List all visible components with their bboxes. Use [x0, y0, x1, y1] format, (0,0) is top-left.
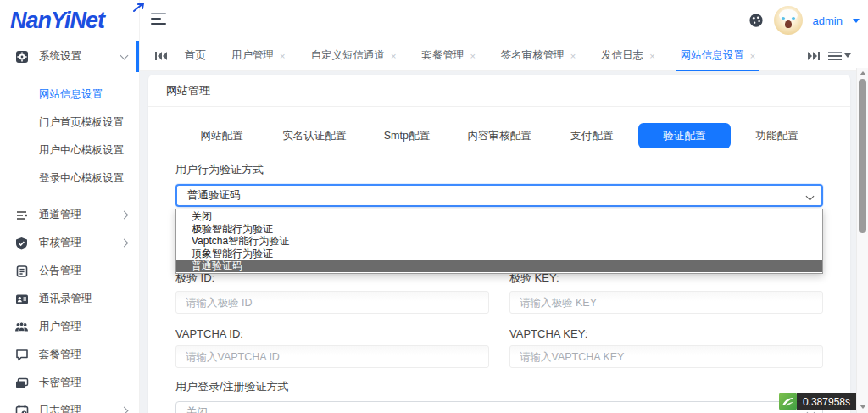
tab-label: 自定义短信通道 [310, 48, 385, 63]
tab-options-menu-icon[interactable] [828, 51, 851, 61]
chevron-right-icon [120, 239, 129, 248]
tab-website-info-settings[interactable]: 网站信息设置 × [668, 41, 768, 71]
config-tab-features[interactable]: 功能配置 [731, 123, 823, 148]
calendar-log-icon [14, 404, 29, 413]
sidebar-item-package-management[interactable]: 套餐管理 [0, 341, 139, 369]
channel-lines-icon [14, 208, 29, 222]
config-tab-verification[interactable]: 验证配置 [638, 123, 731, 148]
tab-user-management[interactable]: 用户管理 × [219, 41, 298, 71]
tab-label: 发信日志 [601, 48, 643, 63]
top-header: NanYiNet admin [0, 0, 868, 41]
logo-arrow-icon [132, 1, 146, 13]
debug-toolbar: 0.387958s [779, 393, 856, 410]
tab-home[interactable]: 首页 [172, 41, 219, 71]
dropdown-option-dingxiang[interactable]: 顶象智能行为验证 [176, 248, 822, 260]
sidebar-item-portal-template[interactable]: 门户首页模板设置 [0, 109, 139, 137]
config-tabs: 网站配置 实名认证配置 Smtp配置 内容审核配置 支付配置 验证配置 功能配置 [175, 123, 823, 148]
select-value: 普通验证码 [187, 188, 241, 203]
dropdown-option-normal-captcha[interactable]: 普通验证码 [176, 260, 822, 272]
thinkphp-debug-icon[interactable] [779, 393, 797, 410]
sidebar-item-logincenter-template[interactable]: 登录中心模板设置 [0, 165, 139, 193]
tab-signature-audit[interactable]: 签名审核管理 × [488, 41, 588, 71]
vaptcha-id-label: VAPTCHA ID: [175, 327, 489, 340]
sidebar-item-user-management[interactable]: 用户管理 [0, 313, 139, 341]
sidebar-item-label: 套餐管理 [39, 348, 81, 362]
chevron-right-icon [120, 211, 129, 220]
sidebar-item-website-info-settings[interactable]: 网站信息设置 [0, 81, 139, 109]
user-caret-icon[interactable] [853, 19, 860, 23]
dropdown-option-geetest[interactable]: 极验智能行为验证 [176, 223, 822, 236]
chevron-right-icon [120, 407, 129, 413]
sidebar-item-label: 卡密管理 [39, 376, 81, 390]
dropdown-option-off[interactable]: 关闭 [176, 210, 822, 223]
theme-palette-icon[interactable] [748, 13, 764, 28]
cards-icon [14, 376, 29, 390]
sidebar-item-contacts-management[interactable]: 通讯录管理 [0, 285, 139, 313]
sidebar-group-label: 日志管理 [39, 404, 81, 413]
user-avatar[interactable] [774, 6, 803, 35]
vaptcha-key-input[interactable] [509, 345, 823, 368]
sidebar-item-label: 用户管理 [39, 320, 81, 334]
scrollbar-thumb[interactable] [859, 79, 866, 233]
collapse-menu-icon[interactable] [151, 13, 166, 26]
sidebar-group-system-settings[interactable]: 系统设置 [0, 41, 139, 72]
username-dropdown[interactable]: admin [813, 14, 843, 27]
brand-logo: NanYiNet [10, 8, 109, 34]
verification-config-form: 用户行为验证方式 普通验证码 关闭 极验智能行为验证 Vaptcha智能行为验证… [148, 148, 850, 413]
geetest-key-input[interactable] [509, 291, 823, 314]
tab-label: 首页 [185, 48, 206, 63]
scroll-tabs-left-icon[interactable] [153, 50, 169, 62]
tab-label: 签名审核管理 [501, 48, 565, 63]
config-tab-payment[interactable]: 支付配置 [546, 123, 638, 148]
app-window: NanYiNet admin 系统设 [0, 0, 868, 413]
gear-icon [14, 49, 29, 64]
page-load-time: 0.387958s [797, 393, 856, 410]
dropdown-option-vaptcha[interactable]: Vaptcha智能行为验证 [176, 235, 822, 248]
login-verification-label: 用户登录/注册验证方式 [175, 379, 823, 394]
behavior-verification-dropdown: 关闭 极验智能行为验证 Vaptcha智能行为验证 顶象智能行为验证 普通验证码 [175, 209, 823, 274]
behavior-verification-label: 用户行为验证方式 [175, 162, 823, 177]
sidebar-group-audit-management[interactable]: 审核管理 [0, 229, 139, 257]
chevron-down-icon [120, 51, 129, 59]
config-tab-website[interactable]: 网站配置 [175, 123, 268, 148]
vaptcha-id-input[interactable] [175, 345, 489, 368]
chat-bubble-icon [14, 348, 29, 362]
tab-label: 套餐管理 [421, 48, 464, 63]
sidebar-item-cardkey-management[interactable]: 卡密管理 [0, 369, 139, 397]
sidebar-item-usercenter-template[interactable]: 用户中心模板设置 [0, 137, 139, 165]
scroll-tabs-right-icon[interactable] [806, 50, 821, 62]
scrollbar-down-arrow-icon[interactable] [860, 405, 866, 409]
scrollbar-up-arrow-icon[interactable] [860, 71, 866, 75]
sidebar-item-label: 公告管理 [39, 264, 81, 278]
logo-area: NanYiNet [0, 0, 140, 41]
close-tab-icon[interactable]: × [750, 51, 755, 61]
login-verification-select[interactable]: 关闭 [175, 401, 823, 413]
chevron-down-icon [806, 193, 815, 201]
close-tab-icon[interactable]: × [470, 51, 475, 61]
close-tab-icon[interactable]: × [649, 51, 654, 61]
close-tab-icon[interactable]: × [570, 51, 576, 61]
close-tab-icon[interactable]: × [280, 51, 285, 61]
sidebar: 系统设置 网站信息设置 门户首页模板设置 用户中心模板设置 登录中心模板设置 通… [0, 41, 140, 413]
behavior-verification-select[interactable]: 普通验证码 [175, 184, 823, 207]
config-tab-smtp[interactable]: Smtp配置 [360, 123, 453, 148]
vertical-scrollbar[interactable] [856, 68, 868, 413]
sidebar-group-label: 通道管理 [39, 208, 81, 222]
announcement-doc-icon [14, 264, 29, 278]
geetest-id-input[interactable] [175, 291, 489, 314]
sidebar-item-label: 通讯录管理 [39, 292, 92, 306]
tab-package-management[interactable]: 套餐管理 × [409, 41, 487, 71]
tab-custom-sms-channel[interactable]: 自定义短信通道 × [298, 41, 409, 71]
vaptcha-key-label: VAPTCHA KEY: [509, 327, 823, 340]
close-tab-icon[interactable]: × [391, 51, 396, 61]
sidebar-group-label: 审核管理 [39, 236, 81, 250]
tab-send-log[interactable]: 发信日志 × [588, 41, 667, 71]
sidebar-group-channel-management[interactable]: 通道管理 [0, 201, 139, 229]
config-tab-content-audit[interactable]: 内容审核配置 [453, 123, 545, 148]
sidebar-group-log-management[interactable]: 日志管理 [0, 397, 139, 413]
panel-title: 网站管理 [148, 75, 850, 107]
tab-label: 网站信息设置 [681, 48, 744, 63]
select-value: 关闭 [186, 405, 208, 413]
sidebar-item-announcement-management[interactable]: 公告管理 [0, 257, 139, 285]
config-tab-realname[interactable]: 实名认证配置 [268, 123, 360, 148]
